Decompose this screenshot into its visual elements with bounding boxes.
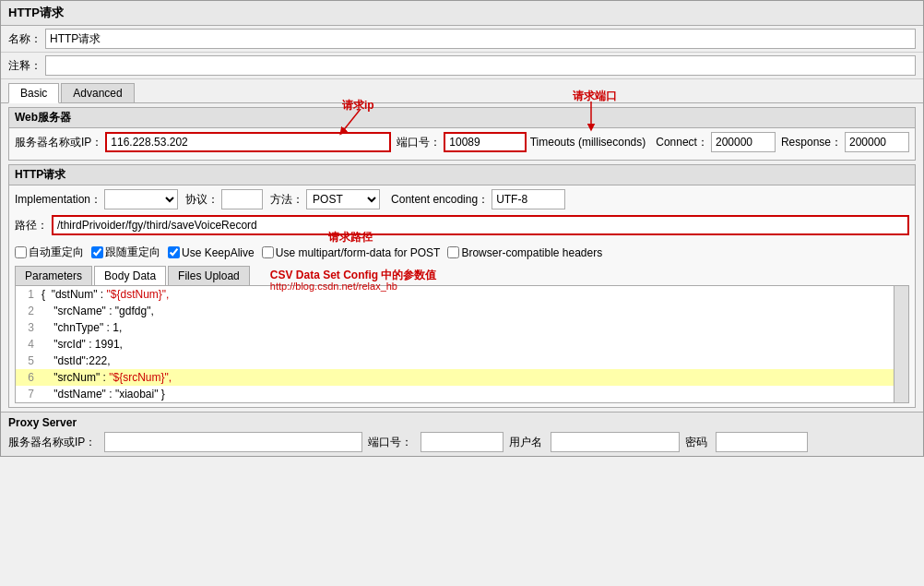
main-window: HTTP请求 名称： 注释： Basic Advanced 请求ip 请求端口 xyxy=(0,0,924,457)
http-request-title: HTTP请求 xyxy=(9,165,915,185)
follow-redirect-label: 跟随重定向 xyxy=(105,245,160,260)
web-server-title: Web服务器 xyxy=(9,108,915,128)
follow-redirect-checkbox[interactable]: 跟随重定向 xyxy=(91,245,160,260)
proxy-section: Proxy Server 服务器名称或IP： 端口号： 用户名 密码 xyxy=(1,412,923,456)
name-row: 名称： xyxy=(1,26,923,53)
annotation-request-port: 请求端口 xyxy=(573,89,617,104)
auto-redirect-label: 自动重定向 xyxy=(29,245,84,260)
method-label: 方法： xyxy=(270,192,303,208)
code-line-3: 3 "chnType" : 1, xyxy=(16,319,894,336)
port-input[interactable] xyxy=(444,132,527,152)
encoding-label: Content encoding： xyxy=(391,192,489,208)
keep-alive-check[interactable] xyxy=(168,246,180,258)
web-server-section: Web服务器 服务器名称或IP： 端口号： Timeouts (millisec… xyxy=(8,107,916,161)
impl-select[interactable] xyxy=(104,189,178,209)
keep-alive-label: Use KeepAlive xyxy=(182,246,255,259)
http-request-section: HTTP请求 Implementation： 协议： 方法： POST GET … xyxy=(8,164,916,408)
browser-headers-checkbox[interactable]: Browser-compatible headers xyxy=(447,246,602,259)
sub-tab-files-upload[interactable]: Files Upload xyxy=(168,266,250,285)
code-area-wrap: 1 { "dstNum" : "${dstNum}", 2 "srcName" … xyxy=(15,285,909,403)
keep-alive-checkbox[interactable]: Use KeepAlive xyxy=(168,246,255,259)
annotation-path: 请求路径 xyxy=(328,230,373,245)
proxy-user-input[interactable] xyxy=(551,432,680,452)
protocol-input[interactable] xyxy=(221,189,263,209)
comment-row: 注释： xyxy=(1,53,923,79)
response-input[interactable] xyxy=(845,132,909,152)
browser-headers-label: Browser-compatible headers xyxy=(461,246,602,259)
proxy-port-label: 端口号： xyxy=(368,435,412,450)
code-scroll[interactable]: 1 { "dstNum" : "${dstNum}", 2 "srcName" … xyxy=(16,286,894,402)
annotation-area: 请求ip 请求端口 Web服务器 服务器名称或IP： 端口号： xyxy=(1,107,923,408)
connect-input[interactable] xyxy=(711,132,776,152)
blog-annotation: http://blog.csdn.net/relax_hb xyxy=(270,281,397,292)
code-line-2: 2 "srcName" : "gdfdg", xyxy=(16,303,894,319)
tab-basic[interactable]: Basic xyxy=(8,83,59,103)
encoding-input[interactable] xyxy=(492,189,565,209)
name-input[interactable] xyxy=(45,29,916,49)
arrow-ip-icon xyxy=(333,109,388,137)
scrollbar[interactable] xyxy=(894,286,908,402)
sub-tabs-bar: Parameters Body Data Files Upload CSV Da… xyxy=(15,262,909,285)
checkbox-row: 自动重定向 跟随重定向 Use KeepAlive Use multipart/… xyxy=(15,243,909,262)
multipart-check[interactable] xyxy=(262,246,274,258)
proxy-password-label: 密码 xyxy=(685,435,707,450)
name-label: 名称： xyxy=(8,31,41,47)
code-line-5: 5 "dstId":222, xyxy=(16,353,894,369)
impl-label: Implementation： xyxy=(15,192,101,208)
proxy-server-label: 服务器名称或IP： xyxy=(8,435,96,450)
browser-headers-check[interactable] xyxy=(447,246,459,258)
sub-tab-parameters[interactable]: Parameters xyxy=(15,266,92,285)
comment-label: 注释： xyxy=(8,58,41,74)
window-title: HTTP请求 xyxy=(1,1,923,26)
proxy-password-input[interactable] xyxy=(716,432,808,452)
path-input[interactable] xyxy=(52,215,909,235)
path-row: 路径： xyxy=(15,213,909,237)
proxy-title: Proxy Server xyxy=(8,416,916,429)
csv-annotation-area: CSV Data Set Config 中的参数值 http://blog.cs… xyxy=(252,266,909,285)
auto-redirect-check[interactable] xyxy=(15,246,27,258)
connect-label: Connect： xyxy=(656,135,708,150)
proxy-row: 服务器名称或IP： 端口号： 用户名 密码 xyxy=(8,432,916,452)
protocol-label: 协议： xyxy=(185,192,219,208)
arrow-port-icon xyxy=(573,102,619,134)
server-label: 服务器名称或IP： xyxy=(15,135,102,150)
response-label: Response： xyxy=(781,135,842,150)
annotation-request-ip: 请求ip xyxy=(342,98,374,114)
follow-redirect-check[interactable] xyxy=(91,246,103,258)
timeouts-label: Timeouts (milliseconds) xyxy=(530,136,646,149)
http-request-content: Implementation： 协议： 方法： POST GET Content… xyxy=(9,185,915,407)
port-label: 端口号： xyxy=(397,135,441,150)
svg-line-0 xyxy=(342,109,361,132)
proxy-server-input[interactable] xyxy=(104,432,362,452)
code-line-1: 1 { "dstNum" : "${dstNum}", xyxy=(16,286,894,303)
proxy-port-input[interactable] xyxy=(421,432,503,452)
code-line-6: 6 "srcNum" : "${srcNum}", xyxy=(16,369,894,386)
code-line-4: 4 "srcId" : 1991, xyxy=(16,336,894,353)
multipart-checkbox[interactable]: Use multipart/form-data for POST xyxy=(262,246,441,259)
method-select[interactable]: POST GET xyxy=(306,189,380,209)
proxy-user-label: 用户名 xyxy=(509,435,542,450)
code-line-7: 7 "dstName" : "xiaobai" } xyxy=(16,386,894,402)
web-server-content: 服务器名称或IP： 端口号： Timeouts (milliseconds) C… xyxy=(9,128,915,160)
impl-row: Implementation： 协议： 方法： POST GET Content… xyxy=(15,189,909,209)
multipart-label: Use multipart/form-data for POST xyxy=(276,246,441,259)
sub-tab-body-data[interactable]: Body Data xyxy=(94,266,166,285)
tab-advanced[interactable]: Advanced xyxy=(61,83,134,102)
server-row: 服务器名称或IP： 端口号： Timeouts (milliseconds) C… xyxy=(15,132,909,152)
tabs-bar: Basic Advanced xyxy=(1,79,923,103)
comment-input[interactable] xyxy=(45,55,916,76)
path-label: 路径： xyxy=(15,218,48,233)
auto-redirect-checkbox[interactable]: 自动重定向 xyxy=(15,245,84,260)
